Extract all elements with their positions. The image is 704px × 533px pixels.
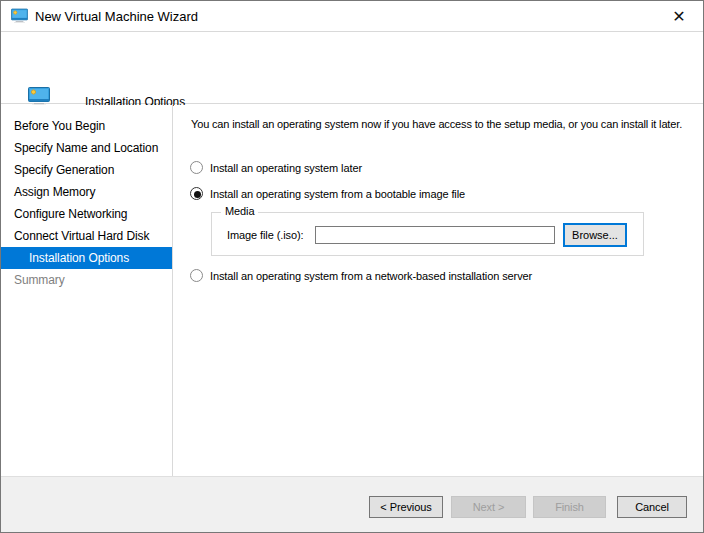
next-button: Next > (451, 496, 526, 518)
image-file-label: Image file (.iso): (227, 229, 303, 241)
step-summary: Summary (1, 269, 172, 291)
step-specify-generation: Specify Generation (1, 159, 172, 181)
browse-button[interactable]: Browse... (563, 223, 627, 247)
new-vm-wizard-window: New Virtual Machine Wizard ✕ Installatio… (0, 0, 704, 533)
vm-monitor-icon (11, 8, 28, 24)
close-icon[interactable]: ✕ (667, 5, 691, 29)
wizard-steps-sidebar: Before You Begin Specify Name and Locati… (1, 105, 173, 476)
radio-circle-icon[interactable] (190, 269, 203, 282)
radio-install-from-network[interactable]: Install an operating system from a netwo… (190, 268, 532, 283)
footer-bar: < Previous Next > Finish Cancel (1, 476, 703, 533)
radio-label: Install an operating system from a boota… (210, 188, 465, 200)
cancel-button[interactable]: Cancel (617, 496, 687, 518)
radio-circle-icon-checked[interactable] (190, 187, 203, 200)
radio-label: Install an operating system later (210, 162, 362, 174)
page-content: You can install an operating system now … (174, 105, 704, 476)
step-assign-memory: Assign Memory (1, 181, 172, 203)
previous-button[interactable]: < Previous (369, 496, 443, 518)
image-file-input[interactable] (315, 226, 555, 244)
step-connect-virtual-hard-disk: Connect Virtual Hard Disk (1, 225, 172, 247)
step-configure-networking: Configure Networking (1, 203, 172, 225)
media-groupbox: Media Image file (.iso): Browse... (211, 212, 644, 256)
radio-label: Install an operating system from a netwo… (210, 270, 532, 282)
radio-install-from-image[interactable]: Install an operating system from a boota… (190, 186, 465, 201)
radio-install-later[interactable]: Install an operating system later (190, 160, 362, 175)
finish-button: Finish (533, 496, 606, 518)
step-installation-options-current: Installation Options (1, 247, 172, 269)
wizard-header: Installation Options (1, 33, 703, 104)
intro-text: You can install an operating system now … (191, 117, 697, 132)
title-bar: New Virtual Machine Wizard ✕ (1, 1, 703, 32)
step-specify-name-and-location: Specify Name and Location (1, 137, 172, 159)
step-before-you-begin: Before You Begin (1, 115, 172, 137)
window-title: New Virtual Machine Wizard (35, 9, 198, 24)
radio-circle-icon[interactable] (190, 161, 203, 174)
media-group-title: Media (221, 205, 258, 217)
